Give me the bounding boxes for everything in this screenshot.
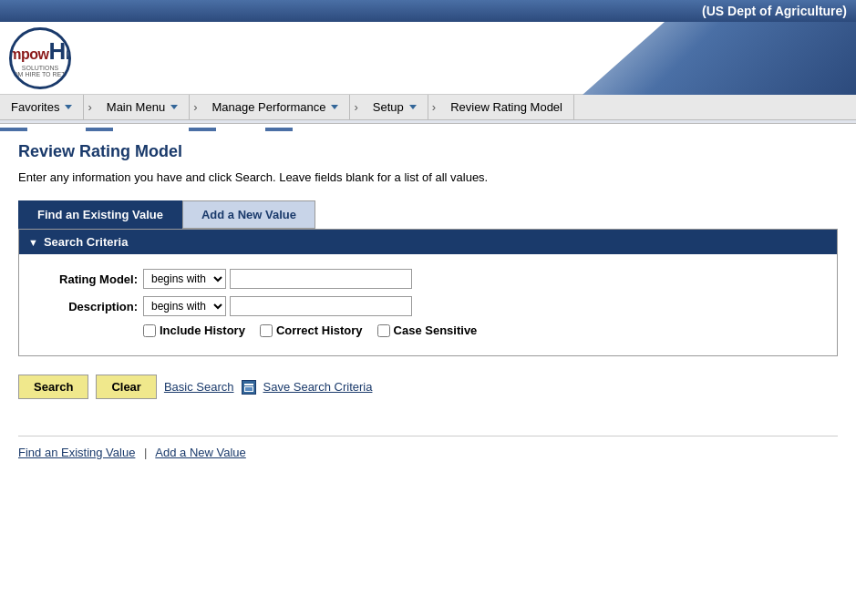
description-operator[interactable]: begins with contains = not = ends with <box>143 296 226 316</box>
logo-empower-text: Empow <box>9 47 48 62</box>
collapse-arrow-icon: ▼ <box>28 237 38 248</box>
page-description: Enter any information you have and click… <box>18 170 838 184</box>
tab-find-existing[interactable]: Find an Existing Value <box>18 200 182 229</box>
org-header: (US Dept of Agriculture) <box>0 0 856 22</box>
nav-favorites[interactable]: Favorites <box>0 95 84 119</box>
tab-find-label: Find an Existing Value <box>37 208 163 221</box>
footer-links: Find an Existing Value | Add a New Value <box>18 436 838 468</box>
org-label: (US Dept of Agriculture) <box>702 4 847 18</box>
checkboxes-row: Include History Correct History Case Sen… <box>143 323 819 337</box>
nav-sep-3: › <box>350 95 361 119</box>
correct-history-label[interactable]: Correct History <box>260 323 363 337</box>
setup-dropdown-icon <box>409 105 417 109</box>
favorites-dropdown-icon <box>65 105 72 109</box>
search-button[interactable]: Search <box>18 375 88 399</box>
footer-add-link[interactable]: Add a New Value <box>155 446 246 459</box>
nav-bar: Favorites › Main Menu › Manage Performan… <box>0 95 856 120</box>
case-sensitive-checkbox[interactable] <box>377 324 390 337</box>
logo[interactable]: Empow HR SOLUTIONSFROM HIRE TO RETIRE <box>9 27 75 89</box>
search-criteria-section: ▼ Search Criteria Rating Model: begins w… <box>18 229 838 356</box>
nav-setup-label: Setup <box>373 100 404 114</box>
tabs-container: Find an Existing Value Add a New Value <box>18 200 838 229</box>
rating-model-input[interactable] <box>230 269 412 289</box>
nav-favorites-label: Favorites <box>11 100 59 114</box>
logo-hr-text: HR <box>48 39 71 63</box>
rating-model-row: Rating Model: begins with contains = not… <box>37 269 819 289</box>
include-history-label[interactable]: Include History <box>143 323 245 337</box>
logo-solutions: SOLUTIONSFROM HIRE TO RETIRE <box>9 65 71 77</box>
basic-search-link[interactable]: Basic Search <box>164 380 234 394</box>
main-menu-dropdown-icon <box>170 105 178 109</box>
description-input[interactable] <box>230 296 412 316</box>
logo-circle: Empow HR SOLUTIONSFROM HIRE TO RETIRE <box>9 27 71 89</box>
rating-model-label: Rating Model: <box>37 272 138 286</box>
case-sensitive-label[interactable]: Case Sensitive <box>377 323 478 337</box>
save-search-link[interactable]: Save Search Criteria <box>263 380 373 394</box>
nav-review-rating-model-label: Review Rating Model <box>450 100 562 114</box>
nav-manage-performance-label: Manage Performance <box>211 100 325 114</box>
basic-search-label: Basic Search <box>164 380 234 394</box>
correct-history-checkbox[interactable] <box>260 324 273 337</box>
main-content: Review Rating Model Enter any informatio… <box>0 124 856 487</box>
header-logo-area: Empow HR SOLUTIONSFROM HIRE TO RETIRE <box>0 22 856 95</box>
search-criteria-body: Rating Model: begins with contains = not… <box>19 254 837 355</box>
nav-manage-performance[interactable]: Manage Performance <box>201 95 350 119</box>
page-title: Review Rating Model <box>18 142 838 161</box>
nav-sep-4: › <box>428 95 439 119</box>
footer-separator: | <box>144 446 147 459</box>
case-sensitive-text: Case Sensitive <box>394 323 478 337</box>
save-search-label: Save Search Criteria <box>263 380 373 394</box>
tab-add-label: Add a New Value <box>201 208 296 221</box>
nav-review-rating-model[interactable]: Review Rating Model <box>439 95 574 119</box>
description-row: Description: begins with contains = not … <box>37 296 819 316</box>
description-label: Description: <box>37 300 138 313</box>
search-criteria-header[interactable]: ▼ Search Criteria <box>19 230 837 254</box>
clear-button[interactable]: Clear <box>96 375 157 399</box>
nav-main-menu[interactable]: Main Menu <box>96 95 190 119</box>
nav-main-menu-label: Main Menu <box>107 100 165 114</box>
header-eagle-banner <box>583 22 856 95</box>
include-history-checkbox[interactable] <box>143 324 156 337</box>
nav-sep-1: › <box>84 95 95 119</box>
nav-setup[interactable]: Setup <box>362 95 428 119</box>
search-criteria-title: Search Criteria <box>44 235 129 249</box>
tab-add-new[interactable]: Add a New Value <box>182 200 315 229</box>
rating-model-operator[interactable]: begins with contains = not = ends with <box>143 269 226 289</box>
action-row: Search Clear Basic Search Save Search Cr… <box>18 375 838 399</box>
correct-history-text: Correct History <box>276 323 363 337</box>
nav-sep-2: › <box>190 95 201 119</box>
manage-performance-dropdown-icon <box>331 105 338 109</box>
footer-find-link[interactable]: Find an Existing Value <box>18 446 135 459</box>
save-icon <box>242 380 256 395</box>
include-history-text: Include History <box>160 323 245 337</box>
